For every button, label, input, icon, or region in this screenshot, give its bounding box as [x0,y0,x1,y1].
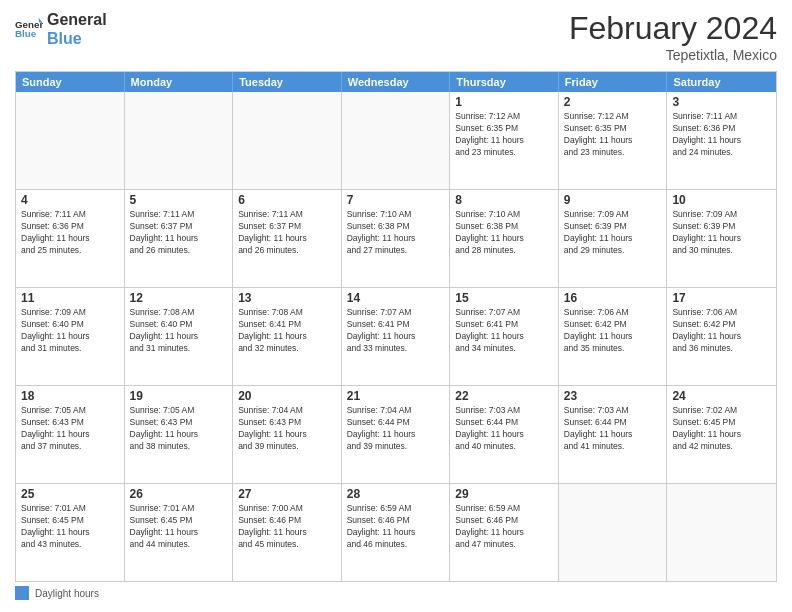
calendar-cell: 4Sunrise: 7:11 AMSunset: 6:36 PMDaylight… [16,190,125,287]
day-number: 17 [672,291,771,305]
logo-text-line1: General [47,10,107,29]
day-number: 18 [21,389,119,403]
calendar-cell: 11Sunrise: 7:09 AMSunset: 6:40 PMDayligh… [16,288,125,385]
day-info: Sunrise: 7:08 AMSunset: 6:41 PMDaylight:… [238,307,336,355]
day-number: 4 [21,193,119,207]
day-number: 27 [238,487,336,501]
day-number: 1 [455,95,553,109]
day-number: 12 [130,291,228,305]
day-number: 13 [238,291,336,305]
calendar-week-4: 18Sunrise: 7:05 AMSunset: 6:43 PMDayligh… [16,386,776,484]
calendar-cell: 27Sunrise: 7:00 AMSunset: 6:46 PMDayligh… [233,484,342,581]
day-info: Sunrise: 7:12 AMSunset: 6:35 PMDaylight:… [564,111,662,159]
calendar-cell: 3Sunrise: 7:11 AMSunset: 6:36 PMDaylight… [667,92,776,189]
day-info: Sunrise: 7:12 AMSunset: 6:35 PMDaylight:… [455,111,553,159]
day-info: Sunrise: 7:03 AMSunset: 6:44 PMDaylight:… [564,405,662,453]
day-info: Sunrise: 7:09 AMSunset: 6:39 PMDaylight:… [564,209,662,257]
calendar-header-cell-sunday: Sunday [16,72,125,92]
day-number: 2 [564,95,662,109]
calendar-cell: 25Sunrise: 7:01 AMSunset: 6:45 PMDayligh… [16,484,125,581]
day-number: 16 [564,291,662,305]
day-info: Sunrise: 7:04 AMSunset: 6:44 PMDaylight:… [347,405,445,453]
day-info: Sunrise: 7:01 AMSunset: 6:45 PMDaylight:… [130,503,228,551]
calendar-cell: 8Sunrise: 7:10 AMSunset: 6:38 PMDaylight… [450,190,559,287]
day-number: 9 [564,193,662,207]
calendar-cell: 7Sunrise: 7:10 AMSunset: 6:38 PMDaylight… [342,190,451,287]
title-block: February 2024 Tepetixtla, Mexico [569,10,777,63]
calendar-cell: 14Sunrise: 7:07 AMSunset: 6:41 PMDayligh… [342,288,451,385]
day-number: 10 [672,193,771,207]
logo-icon: General Blue [15,15,43,43]
day-info: Sunrise: 7:06 AMSunset: 6:42 PMDaylight:… [672,307,771,355]
calendar-cell: 26Sunrise: 7:01 AMSunset: 6:45 PMDayligh… [125,484,234,581]
calendar-header-cell-saturday: Saturday [667,72,776,92]
day-info: Sunrise: 7:02 AMSunset: 6:45 PMDaylight:… [672,405,771,453]
svg-text:Blue: Blue [15,29,37,40]
legend-label: Daylight hours [35,588,99,599]
day-info: Sunrise: 7:06 AMSunset: 6:42 PMDaylight:… [564,307,662,355]
day-number: 29 [455,487,553,501]
day-number: 20 [238,389,336,403]
day-info: Sunrise: 7:05 AMSunset: 6:43 PMDaylight:… [21,405,119,453]
calendar-header-cell-tuesday: Tuesday [233,72,342,92]
day-info: Sunrise: 7:05 AMSunset: 6:43 PMDaylight:… [130,405,228,453]
day-number: 7 [347,193,445,207]
legend-color-box [15,586,29,600]
day-info: Sunrise: 7:07 AMSunset: 6:41 PMDaylight:… [347,307,445,355]
calendar-header-cell-wednesday: Wednesday [342,72,451,92]
calendar-week-5: 25Sunrise: 7:01 AMSunset: 6:45 PMDayligh… [16,484,776,581]
calendar-cell [342,92,451,189]
calendar-header-cell-monday: Monday [125,72,234,92]
day-info: Sunrise: 7:07 AMSunset: 6:41 PMDaylight:… [455,307,553,355]
calendar-cell: 24Sunrise: 7:02 AMSunset: 6:45 PMDayligh… [667,386,776,483]
day-number: 24 [672,389,771,403]
calendar-title: February 2024 [569,10,777,47]
calendar-cell: 16Sunrise: 7:06 AMSunset: 6:42 PMDayligh… [559,288,668,385]
calendar-cell: 9Sunrise: 7:09 AMSunset: 6:39 PMDaylight… [559,190,668,287]
calendar-cell: 18Sunrise: 7:05 AMSunset: 6:43 PMDayligh… [16,386,125,483]
day-info: Sunrise: 7:10 AMSunset: 6:38 PMDaylight:… [347,209,445,257]
day-number: 6 [238,193,336,207]
day-number: 5 [130,193,228,207]
calendar-header-cell-thursday: Thursday [450,72,559,92]
logo-text-line2: Blue [47,29,107,48]
day-number: 19 [130,389,228,403]
calendar-week-2: 4Sunrise: 7:11 AMSunset: 6:36 PMDaylight… [16,190,776,288]
day-number: 23 [564,389,662,403]
calendar-cell: 6Sunrise: 7:11 AMSunset: 6:37 PMDaylight… [233,190,342,287]
day-info: Sunrise: 7:04 AMSunset: 6:43 PMDaylight:… [238,405,336,453]
calendar-week-3: 11Sunrise: 7:09 AMSunset: 6:40 PMDayligh… [16,288,776,386]
calendar-cell: 17Sunrise: 7:06 AMSunset: 6:42 PMDayligh… [667,288,776,385]
day-info: Sunrise: 7:09 AMSunset: 6:39 PMDaylight:… [672,209,771,257]
day-info: Sunrise: 6:59 AMSunset: 6:46 PMDaylight:… [347,503,445,551]
day-info: Sunrise: 7:03 AMSunset: 6:44 PMDaylight:… [455,405,553,453]
calendar-cell: 22Sunrise: 7:03 AMSunset: 6:44 PMDayligh… [450,386,559,483]
calendar-cell: 28Sunrise: 6:59 AMSunset: 6:46 PMDayligh… [342,484,451,581]
calendar-header: SundayMondayTuesdayWednesdayThursdayFrid… [16,72,776,92]
day-number: 25 [21,487,119,501]
calendar-cell: 2Sunrise: 7:12 AMSunset: 6:35 PMDaylight… [559,92,668,189]
day-info: Sunrise: 7:11 AMSunset: 6:37 PMDaylight:… [130,209,228,257]
day-info: Sunrise: 7:01 AMSunset: 6:45 PMDaylight:… [21,503,119,551]
calendar-header-cell-friday: Friday [559,72,668,92]
day-info: Sunrise: 7:11 AMSunset: 6:37 PMDaylight:… [238,209,336,257]
calendar-cell [125,92,234,189]
calendar-cell: 19Sunrise: 7:05 AMSunset: 6:43 PMDayligh… [125,386,234,483]
calendar-cell [233,92,342,189]
calendar-body: 1Sunrise: 7:12 AMSunset: 6:35 PMDaylight… [16,92,776,581]
calendar-cell: 13Sunrise: 7:08 AMSunset: 6:41 PMDayligh… [233,288,342,385]
day-info: Sunrise: 7:00 AMSunset: 6:46 PMDaylight:… [238,503,336,551]
calendar-cell: 23Sunrise: 7:03 AMSunset: 6:44 PMDayligh… [559,386,668,483]
day-info: Sunrise: 7:09 AMSunset: 6:40 PMDaylight:… [21,307,119,355]
day-number: 8 [455,193,553,207]
calendar: SundayMondayTuesdayWednesdayThursdayFrid… [15,71,777,582]
day-number: 22 [455,389,553,403]
calendar-cell: 15Sunrise: 7:07 AMSunset: 6:41 PMDayligh… [450,288,559,385]
calendar-cell: 1Sunrise: 7:12 AMSunset: 6:35 PMDaylight… [450,92,559,189]
day-info: Sunrise: 6:59 AMSunset: 6:46 PMDaylight:… [455,503,553,551]
day-number: 14 [347,291,445,305]
legend: Daylight hours [15,582,777,602]
logo: General Blue General Blue [15,10,107,48]
calendar-cell [667,484,776,581]
calendar-cell: 21Sunrise: 7:04 AMSunset: 6:44 PMDayligh… [342,386,451,483]
